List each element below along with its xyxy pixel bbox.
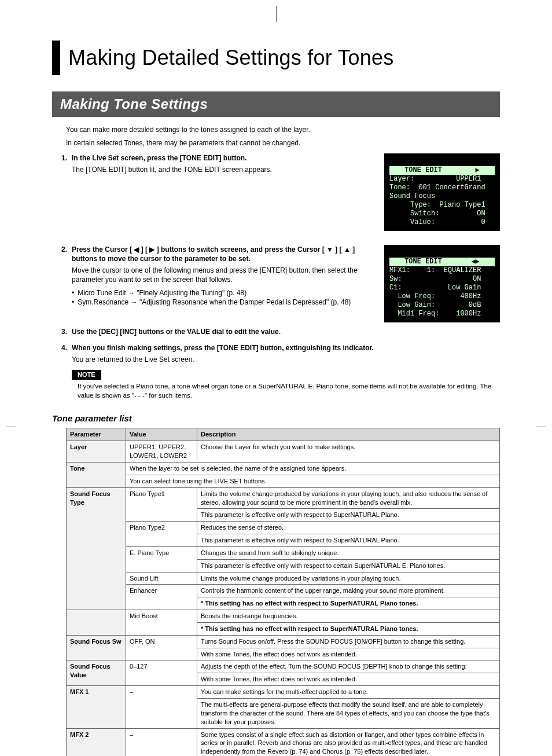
lcd2-line: Low Freq: 400Hz xyxy=(389,292,481,300)
param-cell-cont xyxy=(67,610,126,636)
desc-cell: Turns Sound Focus on/off. Press the SOUN… xyxy=(197,635,500,648)
desc-cell: Changes the sound from soft to strikingl… xyxy=(197,546,500,559)
step2-bullet: Micro Tune Edit → "Finely Adjusting the … xyxy=(72,288,376,298)
desc-cell: Choose the Layer for which you want to m… xyxy=(197,441,500,463)
title-bar xyxy=(52,41,60,75)
desc-cell: This parameter is effective only with re… xyxy=(197,509,500,522)
value-cell: – xyxy=(126,728,197,756)
desc-cell: Boosts the mid-range frequencies. xyxy=(197,610,500,623)
desc-cell: This parameter is effective only with re… xyxy=(197,534,500,547)
desc-cell: With some Tones, the effect does not wor… xyxy=(197,648,500,660)
section-heading: Making Tone Settings xyxy=(52,91,500,117)
desc-cell: Controls the harmonic content of the upp… xyxy=(197,585,500,597)
lcd1-line: Switch: ON xyxy=(389,210,485,218)
lcd1-title: TONE EDIT ▶ xyxy=(389,166,495,175)
desc-cell: Reduces the sense of stereo. xyxy=(197,522,500,534)
value-cell: Mid Boost xyxy=(126,610,197,636)
value-cell: Sound Lift xyxy=(126,572,197,585)
value-cell: 0–127 xyxy=(126,660,197,686)
lcd1-line: Sound Focus xyxy=(389,192,435,200)
lcd2-line: Low Gain: 0dB xyxy=(389,301,481,309)
step-number: 1. xyxy=(52,153,67,231)
table-header: Description xyxy=(197,428,500,441)
desc-cell: The multi-effects are general-purpose ef… xyxy=(197,699,500,729)
crop-mark-top xyxy=(264,6,288,22)
lcd2-line: Sw: ON xyxy=(389,275,481,283)
step1-body: The [TONE EDIT] button lit, and the TONE… xyxy=(72,165,376,174)
step2-body: Move the cursor to one of the following … xyxy=(72,266,376,284)
value-cell: Piano Type1 xyxy=(126,487,197,522)
param-cell: MFX 2 xyxy=(67,728,126,756)
step4-body: You are returned to the Live Set screen. xyxy=(72,355,500,364)
desc-cell: Limits the volume change produced by var… xyxy=(197,487,500,509)
tone-parameter-table: Parameter Value Description Layer UPPER1… xyxy=(66,428,500,756)
param-cell: Tone xyxy=(67,462,126,487)
desc-cell: * This setting has no effect with respec… xyxy=(197,622,500,635)
lcd1-line: Layer: UPPER1 xyxy=(389,175,481,183)
step3-head: Use the [DEC] [INC] buttons or the VALUE… xyxy=(72,327,500,336)
side-tick-right xyxy=(536,427,546,427)
value-cell: E. Piano Type xyxy=(126,546,197,572)
value-cell: Piano Type2 xyxy=(126,522,197,547)
note-tag: NOTE xyxy=(72,370,101,380)
step-number: 3. xyxy=(52,327,67,339)
desc-cell: When the layer to be set is selected, th… xyxy=(126,462,500,475)
subhead-tone-parameter-list: Tone parameter list xyxy=(52,413,500,424)
param-cell: Sound Focus Sw xyxy=(67,635,126,660)
lcd1-line: Tone: 001 ConcertGrand xyxy=(389,184,485,192)
step2-bullet: Sym.Resonance → "Adjusting Resonance whe… xyxy=(72,298,376,307)
desc-cell: Some types consist of a single effect su… xyxy=(197,728,500,756)
desc-cell: This parameter is effective only with re… xyxy=(197,559,500,572)
desc-cell: With some Tones, the effect does not wor… xyxy=(197,673,500,686)
intro-line-2: In certain selected Tones, there may be … xyxy=(66,138,500,148)
desc-cell: Adjusts the depth of the effect. Turn th… xyxy=(197,660,500,673)
desc-cell: You can select tone using the LIVE SET b… xyxy=(126,475,500,487)
step-number: 4. xyxy=(52,343,67,364)
note-text: If you've selected a Piano tone, a tone … xyxy=(72,382,500,400)
intro-line-1: You can make more detailed settings to t… xyxy=(66,125,500,134)
side-tick-left xyxy=(6,427,16,427)
param-cell: Sound Focus Value xyxy=(67,660,126,686)
table-header: Parameter xyxy=(67,428,126,441)
lcd1-line: Value: 0 xyxy=(389,218,485,226)
value-cell: UPPER1, UPPER2, LOWER1, LOWER2 xyxy=(126,441,197,463)
page-title: Making Detailed Settings for Tones xyxy=(68,44,393,72)
desc-cell: Limits the volume change produced by var… xyxy=(197,572,500,585)
step-number: 2. xyxy=(52,245,67,322)
step4-head: When you finish making settings, press t… xyxy=(72,343,500,353)
param-cell: Sound Focus Type xyxy=(67,487,126,610)
table-header: Value xyxy=(126,428,197,441)
lcd2-line: C1: Low Gain xyxy=(389,284,481,292)
lcd-screen-1: TONE EDIT ▶ Layer: UPPER1 Tone: 001 Conc… xyxy=(384,153,500,231)
lcd2-line: Mid1 Freq: 1000Hz xyxy=(389,310,481,318)
desc-cell: You can make settings for the multi-effe… xyxy=(197,686,500,699)
value-cell: – xyxy=(126,686,197,728)
value-cell: OFF, ON xyxy=(126,635,197,660)
lcd2-title: TONE EDIT ◀▶ xyxy=(389,258,495,266)
value-cell: Enhancer xyxy=(126,585,197,610)
param-cell: MFX 1 xyxy=(67,686,126,728)
lcd1-line: Type: Piano Type1 xyxy=(389,201,485,209)
lcd-screen-2: TONE EDIT ◀▶ MFX1: 1: EQUALIZER Sw: ON C… xyxy=(384,245,500,322)
lcd2-line: MFX1: 1: EQUALIZER xyxy=(389,266,481,274)
desc-cell: * This setting has no effect with respec… xyxy=(197,597,500,610)
param-cell: Layer xyxy=(67,441,126,463)
step1-head: In the Live Set screen, press the [TONE … xyxy=(72,153,376,163)
step2-head: Press the Cursor [ ◀ ] [ ▶ ] buttons to … xyxy=(72,245,376,263)
